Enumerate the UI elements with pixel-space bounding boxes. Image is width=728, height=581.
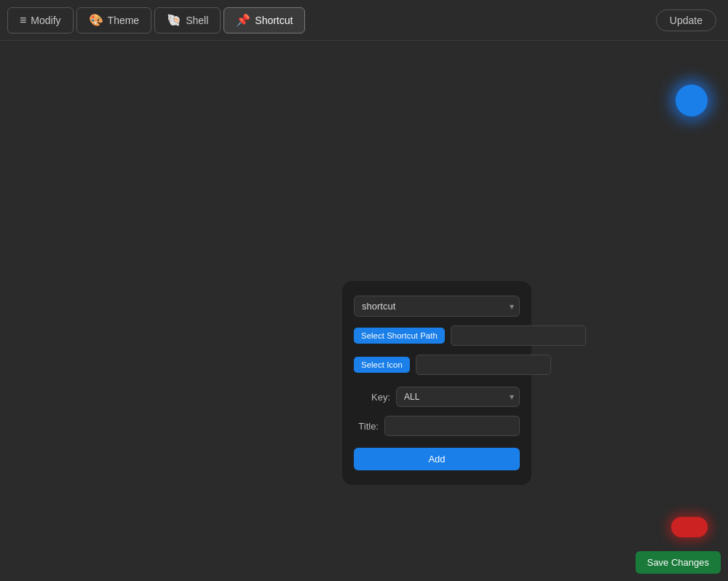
select-icon-button[interactable]: Select Icon [354, 357, 410, 373]
tab-modify-label: Modify [31, 15, 60, 26]
red-circle-decoration [671, 517, 708, 537]
modify-icon: ≡ [20, 14, 26, 27]
update-button[interactable]: Update [656, 9, 716, 31]
dialog-panel: shortcut Select Shortcut Path Select Ico… [342, 281, 531, 485]
key-dropdown-wrapper: ALL Ctrl Alt Shift [396, 387, 520, 407]
key-dropdown[interactable]: ALL Ctrl Alt Shift [396, 387, 520, 407]
select-icon-row: Select Icon [354, 355, 520, 375]
key-row: Key: ALL Ctrl Alt Shift [354, 384, 520, 407]
tab-theme[interactable]: 🎨 Theme [76, 7, 152, 33]
shortcut-tab-icon: 📌 [236, 13, 250, 27]
icon-path-input[interactable] [416, 355, 551, 375]
title-row: Title: [354, 416, 520, 436]
title-input[interactable] [384, 416, 520, 436]
save-changes-label: Save Changes [647, 557, 709, 568]
theme-icon: 🎨 [89, 13, 103, 27]
shortcut-dropdown-wrapper: shortcut [354, 296, 520, 317]
select-shortcut-path-button[interactable]: Select Shortcut Path [354, 328, 445, 344]
add-label: Add [428, 454, 445, 465]
update-label: Update [670, 15, 703, 26]
save-changes-button[interactable]: Save Changes [636, 551, 721, 574]
tab-shortcut-label: Shortcut [255, 15, 293, 26]
select-shortcut-path-row: Select Shortcut Path [354, 325, 520, 346]
shortcut-path-input[interactable] [451, 325, 586, 346]
shell-icon: 🐚 [167, 13, 181, 27]
toolbar: ≡ Modify 🎨 Theme 🐚 Shell 📌 Shortcut Upda… [0, 0, 728, 41]
title-label: Title: [354, 421, 379, 432]
tab-shell-label: Shell [186, 15, 208, 26]
tab-shortcut[interactable]: 📌 Shortcut [223, 7, 305, 33]
select-icon-label: Select Icon [361, 360, 403, 369]
shortcut-dropdown[interactable]: shortcut [354, 296, 520, 317]
tab-shell[interactable]: 🐚 Shell [154, 7, 221, 33]
main-content: Save Changes shortcut Select Shortcut Pa… [0, 41, 728, 581]
tab-modify[interactable]: ≡ Modify [7, 7, 74, 33]
tab-theme-label: Theme [108, 15, 140, 26]
add-button[interactable]: Add [354, 448, 520, 470]
select-shortcut-path-label: Select Shortcut Path [361, 331, 438, 340]
blue-circle-decoration [676, 84, 708, 116]
key-label: Key: [354, 392, 390, 403]
